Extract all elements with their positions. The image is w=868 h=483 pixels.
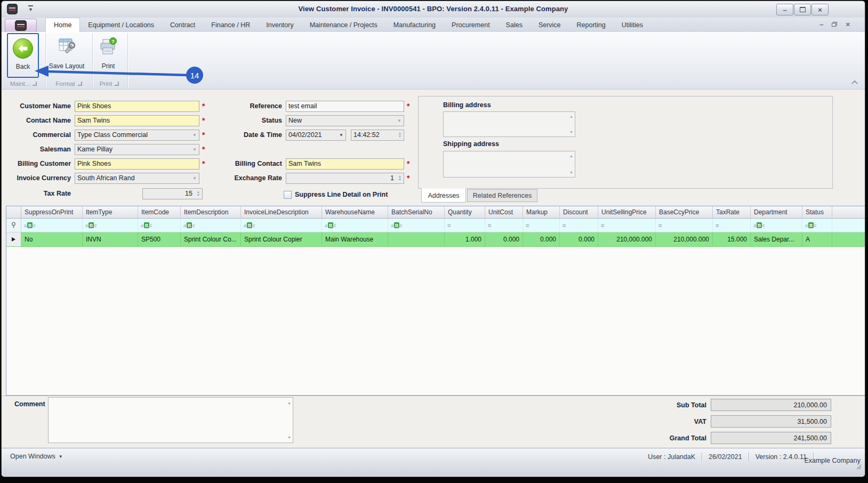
scroll-up-icon[interactable]: ▲ [569,154,573,158]
tab-reporting[interactable]: Reporting [569,18,614,32]
reference-input[interactable] [286,102,404,111]
tab-home[interactable]: Home [45,18,80,32]
mdi-restore-icon[interactable] [832,22,837,27]
chevron-down-icon[interactable]: ▼ [190,130,199,140]
shipping-address-textarea[interactable]: ▲ ▼ [443,151,575,178]
calendar-dropdown-icon[interactable]: ▼ [337,130,345,140]
minimize-button[interactable]: – [776,4,793,15]
filter-cell-baseccyprice[interactable]: = [656,219,713,232]
ribbon-group-print[interactable]: Print [93,79,125,88]
filter-cell-itemcode[interactable]: aBc [138,219,181,232]
tab-service[interactable]: Service [531,18,569,32]
scroll-up-icon[interactable]: ▲ [569,115,573,118]
grid-data-row[interactable]: NoINVNSP500Sprint Colour Co...Sprint Col… [6,232,865,247]
filter-cell-taxrate[interactable]: = [713,219,751,232]
scroll-down-icon[interactable]: ▼ [287,436,291,439]
print-button[interactable]: ? Print [93,33,123,78]
billing-customer-input[interactable] [75,159,199,168]
spinner-icon[interactable]: ▲▼ [195,189,202,199]
column-header-markup[interactable]: Markup [523,206,560,218]
tab-inventory[interactable]: Inventory [258,18,301,32]
tab-sales[interactable]: Sales [498,18,531,32]
tax-rate-input[interactable] [143,189,195,198]
cell-baseccyprice[interactable]: 210,000.000 [656,232,713,246]
cell-taxrate[interactable]: 15.000 [713,232,751,246]
spinner-icon[interactable]: ▲▼ [396,173,404,183]
filter-cell-department[interactable]: aBc [751,219,802,232]
filter-cell-invoicelinedescription[interactable]: aBc [241,219,322,232]
cell-suppressonprint[interactable]: No [21,232,83,246]
column-header-suppressonprint[interactable]: SuppressOnPrint [21,206,83,218]
cell-department[interactable]: Sales Depar... [751,232,802,246]
suppress-line-detail-checkbox[interactable] [284,191,292,199]
tab-equipment-locations[interactable]: Equipment / Locations [80,18,162,32]
filter-cell-batchserialno[interactable]: aBc [388,219,445,232]
column-header-quantity[interactable]: Quantity [445,206,485,218]
filter-cell-itemtype[interactable]: aBc [83,219,138,232]
filter-cell-discount[interactable]: = [560,219,598,232]
chevron-down-icon[interactable]: ▼ [395,116,404,126]
chevron-down-icon[interactable]: ▼ [190,144,199,155]
filter-cell-unitsellingprice[interactable]: = [598,219,656,232]
spinner-icon[interactable]: ▲▼ [396,130,404,140]
filter-cell-status[interactable]: aBc [802,219,832,232]
exchange-rate-input[interactable] [286,174,396,183]
salesman-select[interactable] [75,145,190,154]
column-header-unitsellingprice[interactable]: UnitSellingPrice [598,206,656,218]
date-input[interactable] [286,131,337,140]
maximize-button[interactable] [794,4,811,15]
customer-name-input[interactable] [75,102,199,111]
tab-related-references[interactable]: Related References [467,189,537,202]
column-header-taxrate[interactable]: TaxRate [713,206,751,218]
billing-contact-input[interactable] [286,159,404,168]
filter-cell-quantity[interactable]: = [445,219,485,232]
close-button[interactable]: × [811,4,829,15]
cell-discount[interactable]: 0.000 [560,232,598,246]
mdi-close-icon[interactable]: × [846,21,850,28]
ribbon-group-maint[interactable]: Maint... [5,79,42,88]
column-header-baseccyprice[interactable]: BaseCcyPrice [656,206,713,218]
comment-textarea[interactable]: ▲ ▼ [48,397,293,443]
cell-batchserialno[interactable] [388,232,445,246]
time-input[interactable] [351,131,396,140]
tab-contract[interactable]: Contract [162,18,203,32]
tab-manufacturing[interactable]: Manufacturing [385,18,444,32]
cell-itemdescription[interactable]: Sprint Colour Co... [181,232,241,246]
mdi-minimize-icon[interactable]: – [819,21,823,28]
chevron-down-icon[interactable]: ▼ [190,173,199,183]
filter-cell-unitcost[interactable]: = [485,219,523,232]
tab-utilities[interactable]: Utilities [614,18,651,32]
save-layout-button[interactable]: Save Layout [47,33,86,78]
dialog-launcher-icon[interactable] [115,82,119,86]
filter-cell-warehousename[interactable]: aBc [322,219,388,232]
commercial-select[interactable] [75,131,190,140]
application-menu-button[interactable] [5,19,37,33]
cell-quantity[interactable]: 1.000 [445,232,485,246]
tab-finance-hr[interactable]: Finance / HR [203,18,258,32]
ribbon-group-format[interactable]: Format [47,79,90,88]
dialog-launcher-icon[interactable] [33,82,37,86]
resize-grip[interactable] [855,462,862,469]
cell-unitcost[interactable]: 0.000 [485,232,523,246]
tab-procurement[interactable]: Procurement [444,18,498,32]
column-header-status[interactable]: Status [802,206,832,218]
billing-address-textarea[interactable]: ▲ ▼ [443,111,575,137]
filter-pin-icon[interactable] [6,219,21,232]
filter-cell-suppressonprint[interactable]: aBc [21,219,83,232]
column-header-batchserialno[interactable]: BatchSerialNo [388,206,445,218]
cell-markup[interactable]: 0.000 [523,232,560,246]
scroll-down-icon[interactable]: ▼ [569,171,573,174]
column-header-itemtype[interactable]: ItemType [83,206,138,218]
scroll-down-icon[interactable]: ▼ [569,130,573,134]
status-select[interactable] [286,116,395,125]
dialog-launcher-icon[interactable] [78,82,82,86]
tab-maintenance-projects[interactable]: Maintenance / Projects [302,18,385,32]
cell-unitsellingprice[interactable]: 210,000.000 [598,232,656,246]
column-header-warehousename[interactable]: WarehouseName [322,206,388,218]
ribbon-collapse-icon[interactable] [851,79,858,86]
back-button[interactable]: Back [7,33,39,78]
cell-warehousename[interactable]: Main Warehouse [322,232,388,246]
column-header-discount[interactable]: Discount [560,206,598,218]
contact-name-input[interactable] [75,116,199,125]
column-header-itemdescription[interactable]: ItemDescription [181,206,241,218]
